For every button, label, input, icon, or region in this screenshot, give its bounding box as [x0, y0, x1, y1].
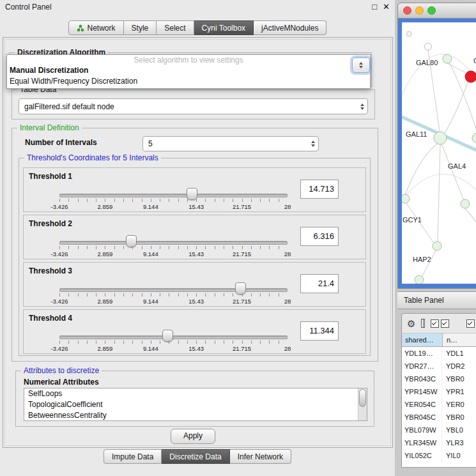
select-rows-icon[interactable]	[466, 319, 476, 328]
select-columns-icon[interactable]	[431, 319, 449, 328]
scrollbar-thumb[interactable]	[359, 389, 366, 407]
cell[interactable]: YDR27…	[402, 360, 442, 372]
threshold-3-slider[interactable]: -3.426 2.859 9.144 15.43 21.715 28	[59, 282, 288, 305]
network-node[interactable]	[425, 43, 432, 50]
apply-button[interactable]: Apply	[171, 429, 215, 444]
column-header-name[interactable]: n…	[443, 334, 476, 346]
cell[interactable]: YIL0	[442, 449, 476, 462]
cell[interactable]: YBL0	[442, 424, 476, 436]
network-node[interactable]	[433, 242, 441, 250]
list-scrollbar[interactable]	[358, 388, 367, 420]
num-intervals-combo[interactable]: 5	[142, 136, 319, 151]
algorithm-option-equal-width[interactable]: Equal Width/Frequency Discretization	[7, 76, 370, 87]
tab-jactivemnodules[interactable]: jActiveMNodules	[254, 20, 326, 35]
network-node[interactable]	[443, 54, 452, 63]
network-graph: GAL80 GA GAL11 GAL4 GCY1 HAP2	[402, 22, 476, 284]
columns-icon[interactable]	[421, 319, 425, 328]
gear-icon[interactable]: ⚙	[407, 319, 415, 328]
num-intervals-value: 5	[148, 139, 153, 148]
cell[interactable]: YER054C	[402, 398, 442, 411]
tab-style[interactable]: Style	[124, 20, 157, 35]
tab-discretize-data-label: Discretize Data	[169, 452, 221, 461]
close-icon[interactable]: ✕	[383, 2, 390, 12]
tab-infer-network[interactable]: Infer Network	[230, 449, 291, 464]
cell[interactable]: YBL079W	[402, 424, 442, 436]
tick-label: 2.859	[98, 203, 113, 210]
table-panel-header[interactable]: Table Panel	[397, 291, 476, 309]
table-row[interactable]: YER054CYER0	[402, 398, 476, 411]
network-node-selected[interactable]	[465, 71, 476, 82]
node-label: GA	[473, 57, 476, 65]
cell[interactable]: YER0	[442, 398, 476, 411]
table-row[interactable]: YDL19…YDL1	[402, 347, 476, 360]
slider-track	[59, 288, 288, 292]
network-node[interactable]	[461, 199, 470, 208]
network-node[interactable]	[472, 133, 476, 143]
threshold-2-slider[interactable]: -3.426 2.859 9.144 15.43 21.715 28	[59, 234, 288, 257]
cell[interactable]: YBR043C	[402, 372, 442, 385]
list-item[interactable]: TopologicalCoefficient	[24, 399, 367, 410]
tab-discretize-data[interactable]: Discretize Data	[162, 449, 229, 464]
table-row[interactable]: YBL079WYBL0	[402, 424, 476, 436]
zoom-light[interactable]	[427, 6, 436, 15]
algorithm-combo-stepper[interactable]	[352, 58, 370, 73]
table-row[interactable]: YBR043CYBR0	[402, 372, 476, 385]
network-node[interactable]	[406, 31, 411, 36]
network-node[interactable]	[402, 194, 410, 203]
list-item[interactable]: SelfLoops	[24, 388, 367, 399]
cell[interactable]: YLR345W	[402, 436, 442, 449]
cell[interactable]: YPR145W	[402, 385, 442, 398]
close-light[interactable]	[403, 6, 411, 15]
threshold-1-slider[interactable]: -3.426 2.859 9.144 15.43 21.715 28	[59, 187, 288, 210]
network-window-titlebar[interactable]	[398, 3, 476, 19]
threshold-3-value[interactable]: 21.4	[300, 274, 339, 293]
tab-impute-data[interactable]: Impute Data	[104, 449, 162, 464]
tab-cyni-toolbox[interactable]: Cyni Toolbox	[194, 20, 254, 35]
tab-cyni-toolbox-label: Cyni Toolbox	[202, 24, 245, 33]
cell[interactable]: YBR0	[442, 411, 476, 424]
network-node[interactable]	[434, 132, 447, 144]
network-canvas[interactable]: GAL80 GA GAL11 GAL4 GCY1 HAP2	[402, 22, 476, 284]
tick-label: 21.715	[233, 250, 251, 257]
table-data-combo-value: galFiltered.sif default node	[24, 102, 114, 111]
algorithm-option-manual[interactable]: Manual Discretization	[7, 65, 370, 76]
threshold-1-value[interactable]: 14.713	[300, 180, 339, 199]
control-panel-tabs: Network Style Select Cyni Toolbox jActiv…	[0, 20, 395, 35]
cell[interactable]: YBR0	[442, 372, 476, 385]
cell[interactable]: YPR1	[442, 385, 476, 398]
tick-label: 2.859	[98, 298, 113, 305]
cell[interactable]: YLR3	[442, 436, 476, 449]
table-row[interactable]: YBR045CYBR0	[402, 411, 476, 424]
thresholds-group: Threshold's Coordinates for 5 Intervals …	[19, 158, 371, 356]
cell[interactable]: YBR045C	[402, 411, 442, 424]
tab-network[interactable]: Network	[68, 20, 124, 35]
slider-tick-labels: -3.426 2.859 9.144 15.43 21.715 28	[59, 345, 288, 351]
threshold-4-slider[interactable]: -3.426 2.859 9.144 15.43 21.715 28	[59, 329, 288, 352]
cell[interactable]: YIL052C	[402, 449, 442, 462]
column-header-shared-name[interactable]: shared…	[402, 334, 443, 346]
tick-label: 15.43	[188, 203, 204, 210]
cell[interactable]: YDL1	[442, 347, 476, 360]
attributes-list[interactable]: SelfLoops TopologicalCoefficient Between…	[24, 388, 367, 421]
table-row[interactable]: YDR27…YDR2	[402, 360, 476, 372]
list-item[interactable]: BetweennessCentrality	[24, 410, 367, 421]
cell[interactable]: YDR2	[442, 360, 476, 372]
threshold-4-box: Threshold 4 -3.426 2.859 9.144 15.43 21.…	[23, 309, 366, 354]
threshold-4-value[interactable]: 11.344	[300, 321, 339, 341]
minimize-light[interactable]	[415, 6, 424, 15]
edge	[438, 144, 440, 242]
tab-select[interactable]: Select	[157, 20, 194, 35]
table-row[interactable]: YIL052CYIL0	[402, 449, 476, 462]
tab-impute-data-label: Impute Data	[112, 452, 153, 461]
edge	[405, 142, 439, 195]
threshold-2-value[interactable]: 6.316	[300, 227, 339, 246]
tick-label: 9.144	[143, 345, 158, 352]
table-row[interactable]: YLR345WYLR3	[402, 436, 476, 449]
float-window-icon[interactable]: □	[372, 2, 377, 12]
slider-track	[59, 335, 288, 339]
table-body: YDL19…YDL1 YDR27…YDR2 YBR043CYBR0 YPR145…	[402, 347, 476, 468]
table-row[interactable]: YPR145WYPR1	[402, 385, 476, 398]
cell[interactable]: YDL19…	[402, 347, 442, 360]
network-node[interactable]	[415, 275, 424, 284]
table-data-combo[interactable]: galFiltered.sif default node	[19, 98, 368, 114]
